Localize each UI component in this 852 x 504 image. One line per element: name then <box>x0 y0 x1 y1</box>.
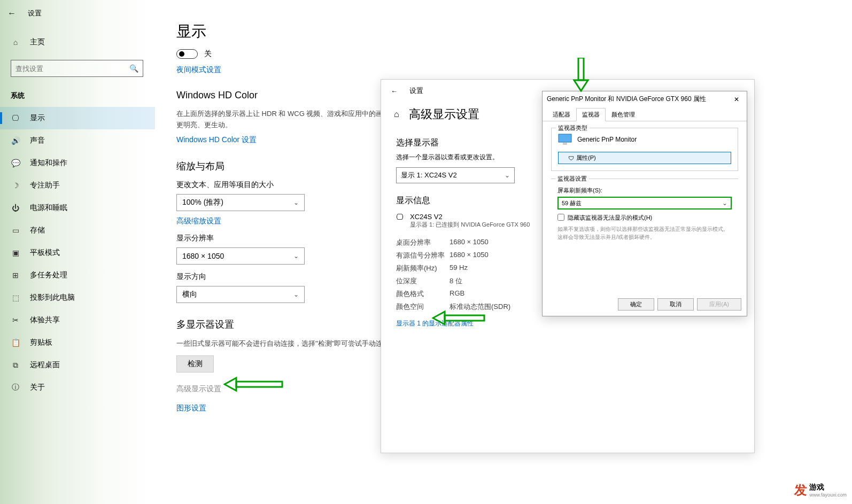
apply-button[interactable]: 应用(A) <box>697 298 741 311</box>
refresh-rate-label: 屏幕刷新频率(S): <box>557 187 732 195</box>
chevron-down-icon: ⌄ <box>505 172 510 179</box>
home-nav[interactable]: ⌂ 主页 <box>0 30 155 55</box>
nav-sound[interactable]: 🔊 声音 <box>0 129 155 152</box>
chevron-down-icon: ⌄ <box>293 199 299 206</box>
nav-about[interactable]: ⓘ 关于 <box>0 376 155 399</box>
detect-button[interactable]: 检测 <box>176 355 214 373</box>
info-value: 59 Hz <box>450 263 468 273</box>
notifications-icon: 💬 <box>11 159 20 167</box>
info-value: 1680 × 1050 <box>450 238 489 247</box>
nav-label: 存储 <box>30 226 45 235</box>
monitor-type-name: Generic PnP Monitor <box>577 136 637 143</box>
hd-color-desc: 在上面所选择的显示器上让 HDR 和 WCG 视频、游戏和应用中的画面更明亮、更… <box>176 108 390 131</box>
shared-icon: ✂ <box>11 316 20 324</box>
orientation-value: 横向 <box>182 290 197 299</box>
toggle-switch[interactable]: 关 <box>176 49 831 59</box>
chevron-down-icon: ⌄ <box>722 199 727 207</box>
nav-shared[interactable]: ✂ 体验共享 <box>0 309 155 331</box>
ok-button[interactable]: 确定 <box>618 298 654 311</box>
display-select[interactable]: 显示 1: XC24S V2 ⌄ <box>396 167 515 183</box>
nav-label: 通知和操作 <box>30 158 67 168</box>
nav-label: 平板模式 <box>30 248 60 258</box>
nav-label: 投影到此电脑 <box>30 293 75 303</box>
storage-icon: ▭ <box>11 226 20 235</box>
window-title: 设置 <box>28 9 42 18</box>
nav-clipboard[interactable]: 📋 剪贴板 <box>0 331 155 354</box>
category-label: 系统 <box>0 84 155 107</box>
properties-button[interactable]: 🛡 属性(P) <box>558 152 731 164</box>
nav-multitask[interactable]: ⊞ 多任务处理 <box>0 264 155 286</box>
nav-label: 体验共享 <box>30 315 60 325</box>
hd-color-link[interactable]: Windows HD Color 设置 <box>176 135 257 145</box>
refresh-rate-select[interactable]: 59 赫兹 ⌄ <box>557 197 732 210</box>
nav-display[interactable]: 🖵 显示 <box>0 107 155 129</box>
info-label: 有源信号分辨率 <box>396 251 450 260</box>
clipboard-icon: 📋 <box>11 338 20 347</box>
info-value: 标准动态范围(SDR) <box>450 302 510 312</box>
nav-label: 关于 <box>30 383 45 392</box>
orientation-select[interactable]: 横向 ⌄ <box>176 286 305 303</box>
search-icon: 🔍 <box>129 64 138 73</box>
display-icon: 🖵 <box>11 114 20 122</box>
back-icon[interactable]: ← <box>391 87 398 95</box>
nav-label: 电源和睡眠 <box>30 203 67 213</box>
watermark-url: www.fayouxi.com <box>809 492 847 498</box>
about-icon: ⓘ <box>11 383 20 392</box>
home-icon[interactable]: ⌂ <box>394 110 399 119</box>
refresh-rate-value: 59 赫兹 <box>562 199 582 207</box>
nav-label: 显示 <box>30 113 45 123</box>
page-title: 高级显示设置 <box>409 106 479 122</box>
group-label: 监视器类型 <box>556 124 590 132</box>
monitor-settings-group: 监视器设置 屏幕刷新频率(S): 59 赫兹 ⌄ 隐藏该监视器无法显示的模式(H… <box>551 179 738 241</box>
nav-label: 多任务处理 <box>30 270 67 280</box>
nav-remote[interactable]: ⧉ 远程桌面 <box>0 354 155 376</box>
nav-power[interactable]: ⏻ 电源和睡眠 <box>0 197 155 219</box>
scale-value: 100% (推荐) <box>182 198 223 207</box>
tab-adapter[interactable]: 适配器 <box>547 108 576 121</box>
nav-focus[interactable]: ☽ 专注助手 <box>0 174 155 197</box>
info-label: 桌面分辨率 <box>396 238 450 247</box>
tablet-icon: ▣ <box>11 249 20 257</box>
sound-icon: 🔊 <box>11 136 20 145</box>
info-value: 1680 × 1050 <box>450 251 489 260</box>
tab-color[interactable]: 颜色管理 <box>606 108 641 121</box>
resolution-select[interactable]: 1680 × 1050 ⌄ <box>176 247 305 265</box>
project-icon: ⬚ <box>11 293 20 302</box>
home-label: 主页 <box>30 37 45 47</box>
adapter-properties-link[interactable]: 显示器 1 的显示适配器属性 <box>396 319 474 328</box>
info-value: 8 位 <box>450 276 462 286</box>
nav-storage[interactable]: ▭ 存储 <box>0 219 155 242</box>
focus-icon: ☽ <box>11 181 20 190</box>
monitor-type-group: 监视器类型 Generic PnP Monitor 🛡 属性(P) <box>551 128 738 171</box>
nav-project[interactable]: ⬚ 投影到此电脑 <box>0 286 155 309</box>
button-label: 属性(P) <box>576 154 596 162</box>
nav-notifications[interactable]: 💬 通知和操作 <box>0 152 155 174</box>
watermark-logo: 发 <box>794 482 807 499</box>
nav-label: 声音 <box>30 136 45 145</box>
scale-select[interactable]: 100% (推荐) ⌄ <box>176 194 305 211</box>
search-input[interactable] <box>16 65 129 73</box>
graphics-settings-link[interactable]: 图形设置 <box>176 404 206 413</box>
info-label: 刷新频率(Hz) <box>396 263 450 273</box>
window-title: 设置 <box>409 86 423 96</box>
advanced-scale-link[interactable]: 高级缩放设置 <box>176 216 221 226</box>
watermark-text: 游戏 <box>809 483 847 492</box>
shield-icon: 🛡 <box>568 155 574 161</box>
chevron-down-icon: ⌄ <box>293 252 299 260</box>
nav-label: 专注助手 <box>30 181 60 190</box>
back-icon[interactable]: ← <box>7 9 16 18</box>
night-mode-link[interactable]: 夜间模式设置 <box>176 65 221 75</box>
toggle-label: 关 <box>204 49 212 59</box>
close-icon[interactable]: ✕ <box>731 96 742 103</box>
multitask-icon: ⊞ <box>11 271 20 280</box>
tab-monitor[interactable]: 监视器 <box>576 108 606 121</box>
cancel-button[interactable]: 取消 <box>657 298 694 311</box>
hide-modes-checkbox[interactable] <box>557 214 564 221</box>
home-icon: ⌂ <box>11 38 20 46</box>
nav-label: 剪贴板 <box>30 338 52 347</box>
group-label: 监视器设置 <box>555 175 589 183</box>
monitor-sub: 显示器 1: 已连接到 NVIDIA GeForce GTX 960 <box>410 221 530 229</box>
search-box[interactable]: 🔍 <box>11 60 143 77</box>
nav-tablet[interactable]: ▣ 平板模式 <box>0 242 155 264</box>
remote-icon: ⧉ <box>11 361 20 370</box>
